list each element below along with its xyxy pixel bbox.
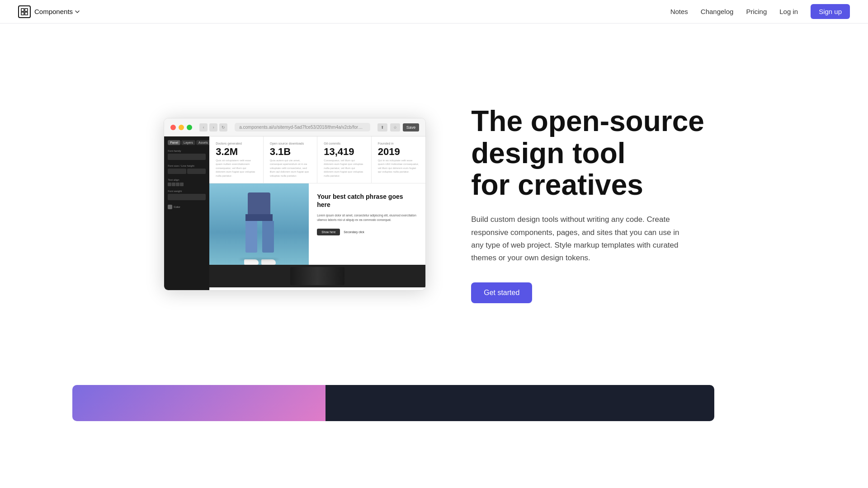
nav-left: Components <box>18 5 80 18</box>
login-button[interactable]: Log in <box>779 5 798 18</box>
sidebar-align-label: Text align <box>168 178 206 181</box>
refresh-button: ↻ <box>219 123 227 131</box>
sidebar-tab-assets: Assets <box>196 140 210 145</box>
browser-secondary-btn: Secondary click <box>344 230 364 234</box>
svg-rect-2 <box>21 12 24 15</box>
sidebar-section-size: Font size / Line height <box>168 164 206 175</box>
app-sidebar: Panel Layers Assets Export Font family F… <box>164 136 209 290</box>
bottom-card-dark <box>326 385 714 421</box>
logo-icon <box>18 5 31 18</box>
sidebar-section-align: Text align <box>168 178 206 186</box>
browser-save-button: Save <box>403 123 420 131</box>
sidebar-tab-group: Panel Layers Assets Export <box>168 140 206 145</box>
get-started-button[interactable]: Get started <box>471 282 532 303</box>
color-swatch <box>168 205 172 209</box>
align-justify-icon <box>180 183 184 186</box>
stat-desc-1: Quia autem qui ute amet, consequat aperi… <box>270 159 311 178</box>
sidebar-tab-active: Panel <box>168 140 180 145</box>
align-right-icon <box>176 183 179 186</box>
chevron-down-icon <box>75 9 80 14</box>
browser-action-buttons: ⬆ ☆ Save <box>377 123 420 131</box>
browser-bottom-strip <box>209 265 425 287</box>
stats-row: Doctors generated 3.2M Quis sit voluptat… <box>209 136 425 183</box>
stat-category-0: Doctors generated <box>216 142 257 145</box>
browser-hero-heading: Your best catch phrase goes here <box>317 192 417 209</box>
sidebar-tab-layers: Layers <box>181 140 195 145</box>
stat-cell-2: Git commits 13,419 Consequatur, vel illu… <box>317 136 372 183</box>
sidebar-weight-select <box>168 194 206 200</box>
browser-primary-btn: Show here <box>317 229 340 235</box>
sidebar-color-value: Color <box>174 206 180 208</box>
traffic-lights <box>170 125 192 130</box>
sidebar-color-row: Color <box>168 205 206 209</box>
sidebar-section-weight: Font weight <box>168 190 206 201</box>
stat-cell-3: Founded in 2019 Qui in ea voluptate veli… <box>372 136 426 183</box>
hero-headline: The open-source design tool for creative… <box>471 105 704 201</box>
browser-hero-buttons: Show here Secondary click <box>317 229 417 235</box>
browser-hero-area: Your best catch phrase goes here Lorem i… <box>209 183 425 265</box>
hero-browser-mockup: ‹ › ↻ a.components.ai/u/sitemyd-5ad7fce5… <box>164 118 426 291</box>
browser-toolbar: ‹ › ↻ a.components.ai/u/sitemyd-5ad7fce5… <box>164 118 425 136</box>
brand-name[interactable]: Components <box>34 8 80 15</box>
align-left-icon <box>168 183 171 186</box>
bookmark-button: ☆ <box>390 123 400 131</box>
sidebar-section-color: Color <box>168 205 206 210</box>
nav-pricing-link[interactable]: Pricing <box>746 8 767 15</box>
stat-desc-3: Qui in ea voluptate velit esse quam nihi… <box>378 159 420 174</box>
bottom-card-gradient <box>72 385 326 421</box>
stat-number-1: 3.1B <box>270 147 311 157</box>
nav-right: Notes Changelog Pricing Log in Sign up <box>670 4 850 19</box>
share-button: ⬆ <box>377 123 387 131</box>
align-center-icon <box>172 183 175 186</box>
stat-category-1: Open source downloads <box>270 142 311 145</box>
sidebar-line-height-input <box>187 169 206 174</box>
browser-hero-body: Lorem ipsum dolor sit amet, consectetur … <box>317 213 417 222</box>
hero-section: ‹ › ↻ a.components.ai/u/sitemyd-5ad7fce5… <box>0 23 868 376</box>
stat-cell-0: Doctors generated 3.2M Quis sit voluptat… <box>209 136 264 183</box>
browser-hero-image <box>209 183 309 265</box>
stat-number-0: 3.2M <box>216 147 257 157</box>
nav-changelog-link[interactable]: Changelog <box>701 8 734 15</box>
sidebar-align-icons <box>168 183 206 186</box>
stat-desc-0: Quis sit voluptatem velit esse quam null… <box>216 159 257 178</box>
stat-desc-2: Consequatur, vel illum qui dolorem eum f… <box>324 159 365 178</box>
stat-cell-1: Open source downloads 3.1B Quia autem qu… <box>264 136 318 183</box>
sidebar-size-inputs <box>168 169 206 174</box>
nav-notes-link[interactable]: Notes <box>670 8 688 15</box>
bottom-cards-row <box>0 385 868 421</box>
svg-rect-3 <box>25 12 28 15</box>
sidebar-font-size-input <box>168 169 186 174</box>
close-traffic-light <box>170 125 176 130</box>
back-button: ‹ <box>199 123 208 131</box>
browser-nav-buttons: ‹ › ↻ <box>199 123 227 131</box>
browser-window: ‹ › ↻ a.components.ai/u/sitemyd-5ad7fce5… <box>164 118 426 291</box>
address-bar: a.components.ai/u/sitemyd-5ad7fce53/2018… <box>235 123 370 131</box>
hero-text-content: The open-source design tool for creative… <box>471 105 704 303</box>
sidebar-weight-label: Font weight <box>168 190 206 192</box>
stat-number-3: 2019 <box>378 147 420 157</box>
sidebar-section-font: Font family <box>168 150 206 161</box>
navigation: Components Notes Changelog Pricing Log i… <box>0 0 868 23</box>
sidebar-size-label: Font size / Line height <box>168 164 206 167</box>
sidebar-font-label: Font family <box>168 150 206 152</box>
sidebar-font-select <box>168 154 206 160</box>
svg-rect-1 <box>25 9 28 11</box>
browser-hero-text-area: Your best catch phrase goes here Lorem i… <box>309 183 425 265</box>
stat-category-2: Git commits <box>324 142 365 145</box>
hero-subtext: Build custom design tools without writin… <box>471 213 688 264</box>
stat-category-3: Founded in <box>378 142 420 145</box>
maximize-traffic-light <box>187 125 192 130</box>
minimize-traffic-light <box>179 125 184 130</box>
app-content: Panel Layers Assets Export Font family F… <box>164 136 425 290</box>
signup-button[interactable]: Sign up <box>811 4 850 19</box>
svg-rect-0 <box>21 9 24 11</box>
stat-number-2: 13,419 <box>324 147 365 157</box>
app-main-content: Doctors generated 3.2M Quis sit voluptat… <box>209 136 425 290</box>
forward-button: › <box>209 123 217 131</box>
